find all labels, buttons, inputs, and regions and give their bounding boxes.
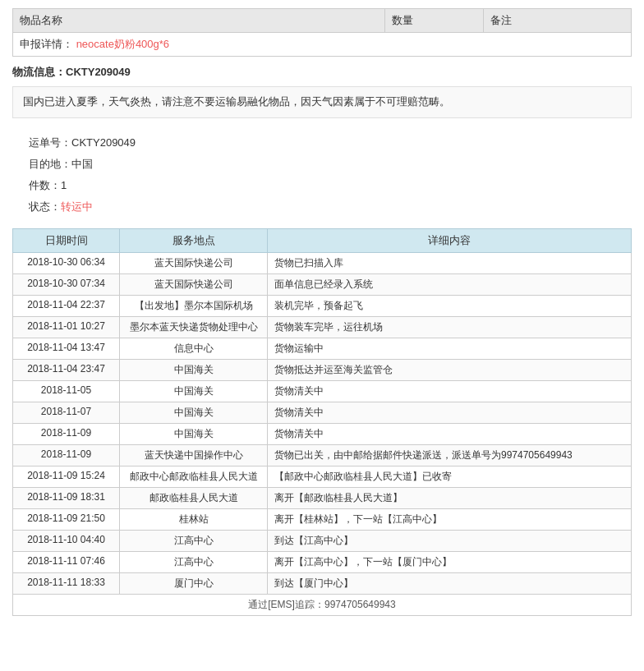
cell-location: 中国海关	[120, 359, 268, 380]
ems-footer: 通过[EMS]追踪：9974705649943	[13, 594, 632, 615]
th-location: 服务地点	[120, 228, 268, 252]
cell-date: 2018-11-04 22:37	[13, 295, 120, 316]
table-row: 2018-11-07中国海关货物清关中	[13, 402, 632, 423]
pieces-row: 件数： 1	[29, 175, 632, 196]
table-row: 2018-10-30 07:34蓝天国际快递公司面单信息已经录入系统	[13, 273, 632, 295]
cell-date: 2018-11-09	[13, 444, 120, 466]
cell-date: 2018-11-01 10:27	[13, 316, 120, 338]
cell-date: 2018-11-07	[13, 402, 120, 423]
tracking-row: 运单号： CKTY209049	[29, 132, 632, 154]
cell-location: 邮政临桂县人民大道	[120, 487, 268, 508]
cell-location: 墨尔本蓝天快递货物处理中心	[120, 316, 268, 338]
product-table: 物品名称 数量 备注 申报详情： neocate奶粉400g*6	[12, 8, 632, 57]
cell-date: 2018-11-04 13:47	[13, 338, 120, 359]
cell-detail: 货物清关中	[268, 380, 632, 402]
destination-label: 目的地：	[29, 154, 71, 175]
cell-detail: 【邮政中心邮政临桂县人民大道】已收寄	[268, 466, 632, 487]
col-header-remark: 备注	[484, 9, 632, 33]
status-label: 状态：	[29, 196, 61, 218]
declaration-info-cell: 申报详情： neocate奶粉400g*6	[13, 33, 632, 57]
table-row: 2018-11-04 23:47中国海关货物抵达并运至海关监管仓	[13, 359, 632, 380]
cell-location: 中国海关	[120, 380, 268, 402]
th-detail: 详细内容	[268, 228, 632, 252]
cell-date: 2018-11-09	[13, 423, 120, 444]
cell-detail: 货物已出关，由中邮给据邮件快递派送，派送单号为9974705649943	[268, 444, 632, 466]
info-block: 运单号： CKTY209049 目的地： 中国 件数： 1 状态： 转运中	[12, 128, 632, 222]
table-row: 2018-11-11 07:46江高中心离开【江高中心】，下一站【厦门中心】	[13, 551, 632, 572]
cell-detail: 货物清关中	[268, 423, 632, 444]
table-row: 2018-11-09 21:50桂林站离开【桂林站】，下一站【江高中心】	[13, 508, 632, 530]
cell-location: 江高中心	[120, 551, 268, 572]
cell-detail: 货物装车完毕，运往机场	[268, 316, 632, 338]
logistics-section: 物流信息：CKTY209049 国内已进入夏季，天气炎热，请注意不要运输易融化物…	[12, 65, 632, 616]
destination-value: 中国	[71, 154, 93, 175]
cell-detail: 货物抵达并运至海关监管仓	[268, 359, 632, 380]
cell-date: 2018-10-30 07:34	[13, 273, 120, 295]
declaration-link[interactable]: neocate奶粉400g*6	[76, 38, 169, 50]
notice-box: 国内已进入夏季，天气炎热，请注意不要运输易融化物品，因天气因素属于不可理赔范畴。	[12, 86, 632, 118]
table-row: 2018-10-30 06:34蓝天国际快递公司货物已扫描入库	[13, 252, 632, 273]
table-row: 2018-11-05中国海关货物清关中	[13, 380, 632, 402]
declaration-label: 申报详情：	[20, 38, 73, 50]
cell-detail: 货物已扫描入库	[268, 252, 632, 273]
table-row: 2018-11-09蓝天快递中国操作中心货物已出关，由中邮给据邮件快递派送，派送…	[13, 444, 632, 466]
cell-date: 2018-11-10 04:40	[13, 530, 120, 551]
status-row: 状态： 转运中	[29, 196, 632, 218]
cell-detail: 面单信息已经录入系统	[268, 273, 632, 295]
cell-location: 邮政中心邮政临桂县人民大道	[120, 466, 268, 487]
cell-detail: 到达【江高中心】	[268, 530, 632, 551]
col-header-qty: 数量	[385, 9, 484, 33]
table-row: 2018-11-11 18:33厦门中心到达【厦门中心】	[13, 572, 632, 594]
cell-detail: 货物运输中	[268, 338, 632, 359]
cell-date: 2018-11-09 21:50	[13, 508, 120, 530]
destination-row: 目的地： 中国	[29, 154, 632, 175]
table-row: 2018-11-09 15:24邮政中心邮政临桂县人民大道【邮政中心邮政临桂县人…	[13, 466, 632, 487]
th-date: 日期时间	[13, 228, 120, 252]
cell-location: 中国海关	[120, 423, 268, 444]
table-row: 2018-11-09中国海关货物清关中	[13, 423, 632, 444]
cell-detail: 离开【桂林站】，下一站【江高中心】	[268, 508, 632, 530]
cell-detail: 离开【邮政临桂县人民大道】	[268, 487, 632, 508]
table-row: 2018-11-09 18:31邮政临桂县人民大道离开【邮政临桂县人民大道】	[13, 487, 632, 508]
cell-date: 2018-11-09 18:31	[13, 487, 120, 508]
main-container: 物品名称 数量 备注 申报详情： neocate奶粉400g*6 物流信息：CK…	[0, 0, 644, 624]
cell-location: 蓝天快递中国操作中心	[120, 444, 268, 466]
cell-detail: 货物清关中	[268, 402, 632, 423]
cell-date: 2018-11-09 15:24	[13, 466, 120, 487]
pieces-label: 件数：	[29, 175, 61, 196]
cell-date: 2018-11-11 07:46	[13, 551, 120, 572]
table-row: 2018-11-04 22:37【出发地】墨尔本国际机场装机完毕，预备起飞	[13, 295, 632, 316]
table-row: 2018-11-10 04:40江高中心到达【江高中心】	[13, 530, 632, 551]
cell-location: 中国海关	[120, 402, 268, 423]
cell-location: 信息中心	[120, 338, 268, 359]
cell-date: 2018-11-11 18:33	[13, 572, 120, 594]
table-row: 2018-11-01 10:27墨尔本蓝天快递货物处理中心货物装车完毕，运往机场	[13, 316, 632, 338]
status-value: 转运中	[61, 196, 93, 218]
cell-location: 桂林站	[120, 508, 268, 530]
logistics-table: 日期时间 服务地点 详细内容 2018-10-30 06:34蓝天国际快递公司货…	[12, 228, 632, 616]
cell-location: 厦门中心	[120, 572, 268, 594]
cell-location: 【出发地】墨尔本国际机场	[120, 295, 268, 316]
table-row: 2018-11-04 13:47信息中心货物运输中	[13, 338, 632, 359]
cell-detail: 离开【江高中心】，下一站【厦门中心】	[268, 551, 632, 572]
logistics-title: 物流信息：CKTY209049	[12, 65, 632, 80]
cell-date: 2018-11-04 23:47	[13, 359, 120, 380]
cell-location: 江高中心	[120, 530, 268, 551]
cell-detail: 到达【厦门中心】	[268, 572, 632, 594]
cell-date: 2018-10-30 06:34	[13, 252, 120, 273]
pieces-value: 1	[61, 175, 67, 196]
cell-location: 蓝天国际快递公司	[120, 273, 268, 295]
cell-detail: 装机完毕，预备起飞	[268, 295, 632, 316]
tracking-label: 运单号：	[29, 132, 71, 154]
col-header-name: 物品名称	[13, 9, 385, 33]
cell-date: 2018-11-05	[13, 380, 120, 402]
tracking-value: CKTY209049	[71, 132, 136, 154]
cell-location: 蓝天国际快递公司	[120, 252, 268, 273]
